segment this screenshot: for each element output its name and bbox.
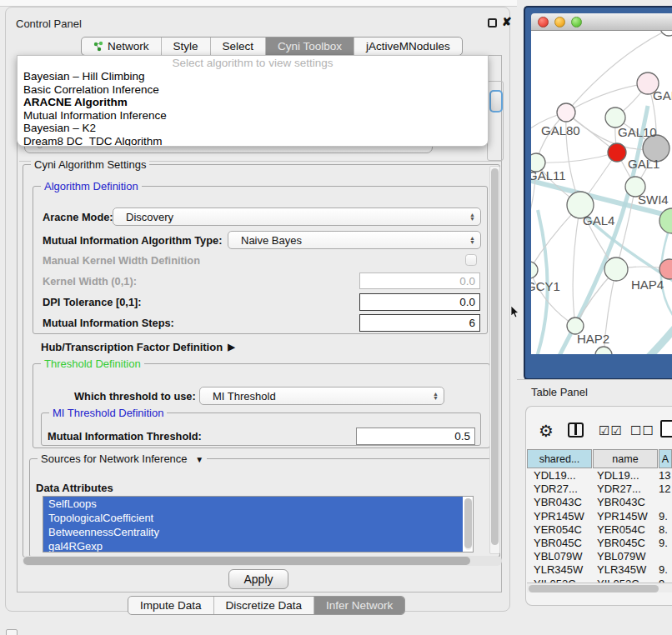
column-header[interactable]: shared... [527,449,592,468]
mi-type-select[interactable]: Naive Bayes ▲▼ [228,231,481,249]
attribute-item[interactable]: gal4RGexp [43,539,463,552]
network-edge[interactable] [566,83,648,112]
attributes-scrollbar[interactable] [464,498,472,550]
mi-type-label: Mutual Information Algorithm Type: [43,231,222,249]
sources-title-text: Sources for Network Inference [41,452,188,465]
table-row[interactable]: YDL19...YDL19...13 [527,469,672,482]
aracne-mode-select[interactable]: Discovery ▲▼ [113,208,481,226]
algorithm-option[interactable]: Dream8 DC_TDC Algorithm [18,135,488,148]
network-node[interactable] [595,347,612,354]
network-edge[interactable] [536,152,617,162]
network-canvas[interactable]: GALGAL80GAL10GAL1GAL11SWI4GAL4GCY1HAP4YH… [531,31,672,354]
table-cell: YER054C [534,523,582,536]
minimize-traffic-light-icon[interactable] [554,17,565,28]
network-node[interactable] [660,31,672,36]
column-header[interactable]: name [593,449,658,468]
expand-right-icon[interactable]: ▶ [228,342,234,352]
algorithm-definition-title: Algorithm Definition [41,180,142,192]
network-node[interactable] [531,262,538,278]
mi-steps-input[interactable]: 6 [359,314,480,332]
node-label: HAP2 [577,332,609,346]
table-horizontal-scrollbar[interactable] [527,582,672,592]
network-edge-highlight[interactable] [544,106,648,354]
column-header[interactable]: A [659,449,672,468]
network-view-window[interactable]: GALGAL80GAL10GAL1GAL11SWI4GAL4GCY1HAP4YH… [524,6,672,380]
mi-threshold-input[interactable]: 0.5 [356,428,475,445]
bottom-left-grip[interactable] [6,629,18,635]
hub-expander[interactable]: Hub/Transcription Factor Definition ▶ [41,340,235,353]
which-threshold-select[interactable]: MI Threshold ▲▼ [199,387,444,405]
tab-style[interactable]: Style [162,38,211,55]
algorithm-option[interactable]: Bayesian – Hill Climbing [18,70,488,83]
node-label: GAL [653,88,672,102]
node-label: GAL4 [583,213,614,228]
settings-group-title: Cyni Algorithm Settings [31,158,149,171]
table-cell: YLR345W [597,563,646,576]
node-label: GAL10 [618,125,657,139]
float-window-icon[interactable] [488,18,497,28]
columns-icon[interactable] [568,422,584,438]
table-cell: YBR045C [534,537,582,549]
tab-discretize-data[interactable]: Discretize Data [214,597,315,614]
cyni-bottom-tabbar: Impute DataDiscretize DataInfer Network [128,596,405,615]
table-cell: 8. [659,523,668,536]
table-row[interactable]: YBR043CYBR043C [527,496,672,509]
data-attributes-list[interactable]: SelfLoopsTopologicalCoefficientBetweenne… [43,496,474,552]
threshold-definition-title: Threshold Definition [41,358,144,370]
table-cell: 9. [659,510,668,522]
network-node[interactable] [604,258,628,281]
tab-cyni-toolbox[interactable]: Cyni Toolbox [266,38,354,55]
network-node[interactable] [608,143,626,162]
settings-gear-icon[interactable]: ⚙ [539,421,554,441]
table-row[interactable]: YBL079WYBL079W [527,550,672,563]
table-cell: YDR27... [534,482,578,495]
settings-vertical-scrollbar[interactable] [489,166,500,554]
combo-arrows-icon: ▲▼ [469,208,475,225]
dpi-tolerance-input[interactable]: 0.0 [359,293,480,311]
which-threshold-value: MI Threshold [213,390,276,402]
table-cell: YPR145W [534,510,584,522]
zoom-traffic-light-icon[interactable] [571,17,582,28]
close-icon[interactable]: ✘ [502,15,512,28]
attribute-item[interactable]: SelfLoops [43,497,463,511]
table-row[interactable]: YDR27...YDR27...12 [527,482,672,496]
algorithm-option[interactable]: Basic Correlation Inference [18,83,488,97]
kernel-width-input[interactable]: 0.0 [359,272,480,289]
algorithm-option[interactable]: ARACNE Algorithm [18,96,488,109]
manual-kernel-checkbox[interactable] [465,254,477,266]
select-all-checks-icon[interactable]: ☑☑ [599,423,623,438]
network-edge-highlight[interactable] [604,321,672,354]
tab-label: Select [223,40,254,52]
table-row[interactable]: YLR345WYLR345W9. [527,563,672,577]
close-traffic-light-icon[interactable] [538,17,549,28]
mi-steps-label: Mutual Information Steps: [43,314,174,332]
hub-label: Hub/Transcription Factor Definition [41,341,223,353]
aracne-mode-value: Discovery [126,211,173,223]
new-table-icon[interactable] [660,420,672,438]
settings-horizontal-scrollbar[interactable] [23,556,502,566]
table-cell: YER054C [597,523,645,536]
tab-select[interactable]: Select [211,38,267,55]
table-row[interactable]: YER054CYER054C8. [527,523,672,537]
attribute-item[interactable]: BetweennessCentrality [43,525,463,539]
network-window-titlebar[interactable] [531,13,672,31]
apply-button[interactable]: Apply [228,569,288,589]
collapse-down-icon[interactable]: ▼ [195,455,203,464]
network-edge[interactable] [573,205,580,326]
algorithm-combobox-button-fragment[interactable] [489,90,503,112]
tab-jactivemnodules[interactable]: jActiveMNodules [354,38,462,55]
deselect-all-checks-icon[interactable]: ☐☐ [630,423,654,438]
attribute-item[interactable]: TopologicalCoefficient [43,511,463,525]
tab-label: jActiveMNodules [366,40,450,52]
network-node[interactable] [557,103,575,122]
top-strip [0,0,517,7]
tab-network[interactable]: Network [82,38,162,55]
algorithm-option[interactable]: Bayesian – K2 [18,122,488,135]
mouse-cursor [510,306,520,319]
table-row[interactable]: YPR145WYPR145W9. [527,510,672,523]
tab-infer-network[interactable]: Infer Network [314,597,404,614]
algorithm-option[interactable]: Mutual Information Inference [18,109,488,122]
table-row[interactable]: YBR045CYBR045C9. [527,537,672,550]
tab-impute-data[interactable]: Impute Data [128,597,214,614]
tab-label: Impute Data [140,599,202,612]
